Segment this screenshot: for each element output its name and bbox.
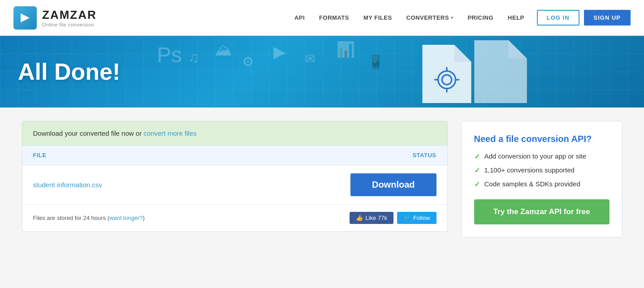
nav-converters[interactable]: CONVERTERS ▾: [400, 11, 460, 25]
nav-api[interactable]: API: [288, 11, 311, 25]
api-feature-text-3: Code samples & SDKs provided: [484, 180, 580, 188]
logo-brand: ZAMZAR: [42, 8, 97, 22]
svg-marker-9: [475, 40, 527, 103]
main-nav: API FORMATS MY FILES CONVERTERS ▾ PRICIN…: [288, 10, 631, 26]
deco-phone-icon: 📱: [367, 54, 384, 69]
logo-tagline: Online file conversion: [42, 22, 97, 27]
want-longer-link[interactable]: want longer?: [109, 215, 143, 221]
svg-marker-1: [423, 45, 471, 103]
check-icon-2: ✓: [474, 166, 480, 175]
deco-mail-icon: ✉: [305, 52, 315, 66]
file-table: FILE STATUS student information.csv Down…: [22, 146, 448, 232]
svg-marker-0: [21, 13, 30, 22]
file-footer: Files are stored for 24 hours (want long…: [22, 205, 447, 231]
thumbs-up-icon: 👍: [356, 215, 363, 221]
follow-button[interactable]: 🐦 Follow: [397, 212, 437, 224]
logo-icon: [13, 6, 37, 30]
deco-chart-icon: 📊: [336, 40, 355, 58]
hero-file-graphic: [420, 45, 474, 103]
table-row: student information.csv Download: [22, 165, 447, 205]
api-sidebar: Need a file conversion API? ✓ Add conver…: [461, 121, 622, 237]
main-content: Download your converted file now or conv…: [13, 121, 631, 237]
deco-ps-icon: Ps: [157, 43, 182, 67]
left-column: Download your converted file now or conv…: [22, 121, 448, 232]
twitter-icon: 🐦: [403, 215, 411, 221]
nav-pricing[interactable]: PRICING: [461, 11, 500, 25]
file-col-header: FILE: [33, 152, 47, 159]
like-button[interactable]: 👍 Like 77k: [350, 212, 393, 224]
deco-music-icon: ♫: [188, 49, 199, 66]
status-col-header: STATUS: [412, 152, 436, 159]
file-name-link[interactable]: student information.csv: [33, 181, 102, 189]
deco-image-icon: ⛰: [215, 40, 232, 60]
file-table-header: FILE STATUS: [22, 146, 447, 165]
check-icon-3: ✓: [474, 180, 480, 189]
nav-formats[interactable]: FORMATS: [313, 11, 355, 25]
download-button[interactable]: Download: [350, 173, 437, 196]
success-banner: Download your converted file now or conv…: [22, 121, 448, 146]
api-cta-button[interactable]: Try the Zamzar API for free: [474, 199, 609, 224]
success-text: Download your converted file now or: [33, 129, 144, 137]
social-buttons: 👍 Like 77k 🐦 Follow: [350, 212, 437, 224]
site-header: ZAMZAR Online file conversion API FORMAT…: [0, 0, 644, 36]
convert-more-link[interactable]: convert more files: [143, 129, 196, 137]
deco-video-icon: ▶: [273, 43, 286, 61]
deco-settings-icon: ⚙: [242, 54, 254, 69]
api-feature-text-2: 1,100+ conversions supported: [484, 166, 575, 174]
hero-file-graphic2: [474, 40, 527, 103]
nav-help[interactable]: HELP: [501, 11, 531, 25]
api-title: Need a file conversion API?: [474, 134, 609, 144]
login-button[interactable]: LOG IN: [537, 10, 579, 26]
svg-marker-2: [454, 45, 471, 62]
logo[interactable]: ZAMZAR Online file conversion: [13, 6, 97, 30]
follow-label: Follow: [413, 215, 430, 221]
signup-button[interactable]: SIGN UP: [584, 10, 631, 26]
check-icon-1: ✓: [474, 152, 480, 161]
api-feature-1: ✓ Add conversion to your app or site: [474, 152, 609, 161]
like-label: Like 77k: [366, 215, 387, 221]
api-feature-3: ✓ Code samples & SDKs provided: [474, 180, 609, 189]
api-feature-2: ✓ 1,100+ conversions supported: [474, 166, 609, 175]
nav-my-files[interactable]: MY FILES: [357, 11, 398, 25]
hero-banner: Ps ♫ ⛰ ⚙ ▶ ✉ 📊 📱 All Done!: [0, 36, 644, 107]
api-feature-text-1: Add conversion to your app or site: [484, 152, 587, 160]
hero-title: All Done!: [18, 58, 120, 85]
storage-notice: Files are stored for 24 hours (want long…: [33, 215, 145, 221]
chevron-down-icon: ▾: [451, 15, 454, 20]
logo-text: ZAMZAR Online file conversion: [42, 8, 97, 27]
